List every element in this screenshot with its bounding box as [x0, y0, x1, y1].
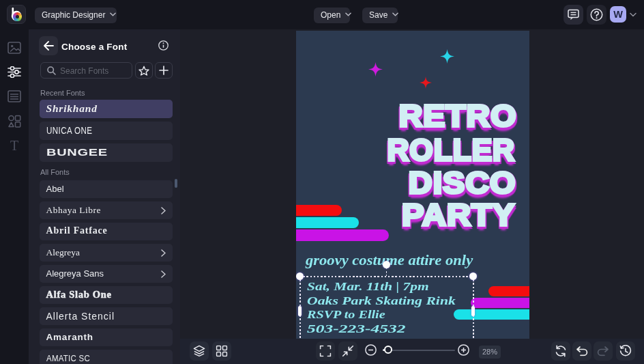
svg-text:W: W — [613, 9, 623, 20]
